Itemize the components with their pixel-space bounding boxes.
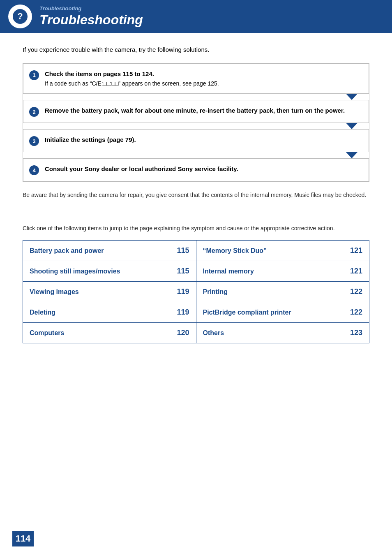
jump-table-row[interactable]: Viewing images 119 Printing 122: [23, 282, 369, 302]
after-text: Be aware that by sending the camera for …: [23, 191, 369, 199]
jump-left-cell[interactable]: Shooting still images/movies 115: [23, 261, 196, 282]
jump-table-row[interactable]: Shooting still images/movies 115 Interna…: [23, 261, 369, 282]
jump-right-cell[interactable]: “Memory Stick Duo” 121: [196, 241, 369, 261]
arrow-down-icon: [346, 94, 357, 100]
jump-right-label[interactable]: Internal memory: [203, 268, 254, 275]
arrow-down-icon: [346, 152, 357, 158]
step-2: 2 Remove the battery pack, wait for abou…: [23, 100, 369, 123]
jump-left-page: 119: [177, 308, 189, 317]
jump-left-page: 115: [177, 246, 189, 255]
page-wrapper: ? Troubleshooting Troubleshooting If you…: [0, 0, 392, 558]
jump-right-label[interactable]: “Memory Stick Duo”: [203, 247, 267, 255]
step-3-number: 3: [29, 136, 39, 146]
jump-right-page: 123: [350, 329, 362, 337]
jump-right-page: 122: [350, 287, 362, 296]
arrow-down-icon: [346, 123, 357, 129]
step-2-content: Remove the battery pack, wait for about …: [45, 106, 362, 115]
step-1: 1 Check the items on pages 115 to 124. I…: [23, 63, 369, 94]
step-4: 4 Consult your Sony dealer or local auth…: [23, 158, 369, 181]
main-content: If you experience trouble with the camer…: [0, 33, 392, 360]
jump-left-page: 120: [177, 329, 189, 337]
jump-table: Battery pack and power 115 “Memory Stick…: [23, 240, 369, 343]
jump-right-cell[interactable]: Printing 122: [196, 282, 369, 302]
page-number: 114: [12, 531, 34, 546]
jump-left-label[interactable]: Computers: [30, 329, 64, 337]
step-1-number: 1: [29, 70, 39, 80]
step-4-number: 4: [29, 165, 39, 175]
step-3-arrow: [23, 152, 369, 158]
jump-left-label[interactable]: Deleting: [30, 309, 55, 316]
jump-left-page: 119: [177, 287, 189, 296]
step-4-content: Consult your Sony dealer or local author…: [45, 164, 362, 173]
step-1-text: Check the items on pages 115 to 124.: [45, 69, 362, 78]
header-title: Troubleshooting: [39, 12, 143, 28]
svg-text:?: ?: [17, 11, 23, 21]
jump-right-page: 122: [350, 308, 362, 317]
jump-left-label[interactable]: Shooting still images/movies: [30, 268, 120, 275]
jump-left-cell[interactable]: Battery pack and power 115: [23, 241, 196, 261]
jump-left-cell[interactable]: Computers 120: [23, 323, 196, 343]
header-subtitle: Troubleshooting: [39, 5, 143, 12]
step-1-arrow: [23, 94, 369, 100]
step-2-arrow: [23, 123, 369, 129]
jump-left-label[interactable]: Battery pack and power: [30, 247, 104, 255]
jump-right-cell[interactable]: Internal memory 121: [196, 261, 369, 282]
header-text: Troubleshooting Troubleshooting: [39, 5, 143, 28]
jump-table-row[interactable]: Deleting 119 PictBridge compliant printe…: [23, 302, 369, 323]
page-header: ? Troubleshooting Troubleshooting: [0, 0, 392, 33]
header-icon: ?: [8, 5, 32, 28]
jump-right-cell[interactable]: Others 123: [196, 323, 369, 343]
step-3-text: Initialize the settings (page 79).: [45, 135, 362, 144]
jump-left-label[interactable]: Viewing images: [30, 288, 79, 296]
jump-left-cell[interactable]: Viewing images 119: [23, 282, 196, 302]
jump-right-page: 121: [350, 267, 362, 276]
jump-table-row[interactable]: Battery pack and power 115 “Memory Stick…: [23, 241, 369, 261]
jump-right-label[interactable]: PictBridge compliant printer: [203, 309, 291, 316]
jump-left-page: 115: [177, 267, 189, 276]
jump-right-label[interactable]: Others: [203, 329, 224, 337]
jump-intro: Click one of the following items to jump…: [23, 224, 369, 233]
step-3: 3 Initialize the settings (page 79).: [23, 129, 369, 152]
jump-right-label[interactable]: Printing: [203, 288, 228, 296]
step-4-text: Consult your Sony dealer or local author…: [45, 164, 362, 173]
jump-left-cell[interactable]: Deleting 119: [23, 302, 196, 323]
step-1-content: Check the items on pages 115 to 124. If …: [45, 69, 362, 88]
step-2-text: Remove the battery pack, wait for about …: [45, 106, 362, 115]
intro-text: If you experience trouble with the camer…: [23, 45, 369, 55]
step-2-number: 2: [29, 107, 39, 117]
steps-block: 1 Check the items on pages 115 to 124. I…: [23, 63, 369, 182]
step-1-subtext: If a code such as “C/E:□□:□□” appears on…: [45, 80, 362, 88]
step-3-content: Initialize the settings (page 79).: [45, 135, 362, 144]
jump-right-page: 121: [350, 246, 362, 255]
jump-right-cell[interactable]: PictBridge compliant printer 122: [196, 302, 369, 323]
jump-table-row[interactable]: Computers 120 Others 123: [23, 323, 369, 343]
